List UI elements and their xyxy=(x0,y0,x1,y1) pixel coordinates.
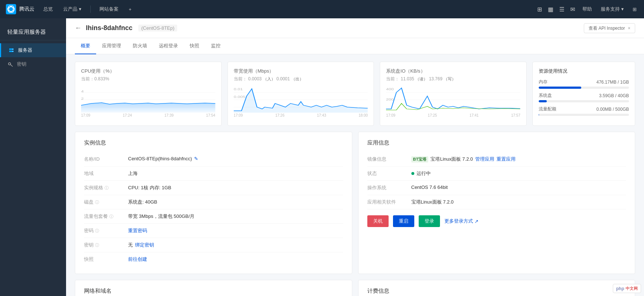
resource-fill-disk xyxy=(539,100,547,102)
svg-text:2: 2 xyxy=(81,97,84,101)
key-icon xyxy=(7,61,13,67)
reset-password-link[interactable]: 重置密码 xyxy=(128,227,147,234)
svg-point-6 xyxy=(12,51,13,52)
resource-item-traffic: 流量配额 0.00MB / 500GB xyxy=(539,106,629,116)
app-image-label: 镜像信息 xyxy=(367,156,411,162)
bandwidth-out-label: （出） xyxy=(291,77,303,81)
sidebar-label-server: 服务器 xyxy=(18,47,32,54)
instance-info-card: 实例信息 名称/ID CentOS-8TEp(lhins-8dahfncc) ✎… xyxy=(75,132,352,274)
tab-overview[interactable]: 概要 xyxy=(75,38,96,54)
tab-snapshot[interactable]: 快照 xyxy=(184,38,205,54)
nav-website-filing[interactable]: 网站备案 xyxy=(98,6,120,12)
resource-fill-memory xyxy=(539,87,581,89)
instance-region-text: 上海 xyxy=(128,170,138,177)
instance-name-value: CentOS-8TEp(lhins-8dahfncc) ✎ xyxy=(128,156,198,161)
svg-text:0.005: 0.005 xyxy=(234,95,245,99)
create-snapshot-link[interactable]: 前往创建 xyxy=(128,256,147,263)
instance-spec-text: CPU: 1核 内存: 1GB xyxy=(128,184,171,191)
more-login-link[interactable]: 更多登录方式 ↗ xyxy=(444,218,479,224)
instance-snapshot-row: 快照 前往创建 xyxy=(84,252,343,266)
resource-card-title: 资源使用情况 xyxy=(539,68,629,74)
sidebar-title: 轻量应用服务器 xyxy=(0,24,66,40)
server-icon xyxy=(8,47,14,53)
svg-text:4: 4 xyxy=(81,89,84,93)
mail-icon[interactable]: ✉ xyxy=(570,6,575,13)
bandwidth-in-label: （入） xyxy=(263,77,275,81)
tab-monitor[interactable]: 监控 xyxy=(205,38,226,54)
grid-icon[interactable]: ⊞ xyxy=(537,6,542,13)
instance-disk-text: 系统盘: 40GB xyxy=(128,199,157,205)
diskio-card-title: 系统盘IO（KB/s） xyxy=(386,68,520,74)
login-button[interactable]: 登录 xyxy=(419,215,440,227)
app-software-text: 宝塔Linux面板 7.2.0 xyxy=(411,199,454,205)
tab-remote[interactable]: 远程登录 xyxy=(153,38,184,54)
spec-info-icon[interactable]: ⓘ xyxy=(105,185,109,191)
resource-item-disk: 系统盘 3.59GB / 40GB xyxy=(539,92,629,102)
cpu-card-value: 当前：0.833% xyxy=(81,76,215,82)
resource-label-traffic: 流量配额 xyxy=(539,106,556,112)
nav-divider xyxy=(90,6,91,13)
api-inspector-badge: 查看 API Inspector × xyxy=(584,23,635,33)
sidebar: 轻量应用服务器 服务器 密钥 xyxy=(0,18,66,296)
shutdown-button[interactable]: 关机 xyxy=(367,215,389,227)
app-software-label: 应用相关软件 xyxy=(367,199,411,205)
bind-key-link[interactable]: 绑定密钥 xyxy=(135,242,154,248)
bandwidth-chart: 0.01 0.005 17:0917:2617:4318:00 xyxy=(234,85,368,114)
nav-plus[interactable]: + xyxy=(127,7,133,12)
resource-item-disk-header: 系统盘 3.59GB / 40GB xyxy=(539,92,629,99)
app-status-label: 状态 xyxy=(367,170,411,177)
app-status-row: 状态 运行中 xyxy=(367,167,626,181)
resource-bar-disk xyxy=(539,100,629,102)
instance-key-row: 密钥 ⓘ 无 绑定密钥 xyxy=(84,238,343,252)
tab-app[interactable]: 应用管理 xyxy=(96,38,127,54)
cpu-chart: 4 2 17:0917:2417:3917:54 xyxy=(81,85,215,114)
manage-app-link[interactable]: 管理应用 xyxy=(475,156,494,162)
instance-name-row: 名称/ID CentOS-8TEp(lhins-8dahfncc) ✎ xyxy=(84,152,343,167)
instance-key-none: 无 xyxy=(128,242,133,248)
sidebar-item-server[interactable]: 服务器 xyxy=(0,43,66,57)
resource-label-disk: 系统盘 xyxy=(539,92,552,99)
nav-help[interactable]: 帮助 xyxy=(581,6,593,12)
nav-overview[interactable]: 总览 xyxy=(42,6,54,12)
os-badge: (CentOS-8TEp) xyxy=(138,25,177,32)
instance-password-row: 密码 ⓘ 重置密码 xyxy=(84,224,343,238)
resource-bar-traffic xyxy=(539,114,629,116)
restart-button[interactable]: 重启 xyxy=(393,215,414,227)
doc-icon[interactable]: ☰ xyxy=(559,6,564,13)
api-inspector-close[interactable]: × xyxy=(628,26,630,31)
sidebar-label-key: 密钥 xyxy=(17,61,26,67)
api-inspector-label: 查看 API Inspector xyxy=(589,25,625,31)
instance-disk-label: 磁盘 ⓘ xyxy=(84,199,128,205)
main-content: ← lhins-8dahfncc (CentOS-8TEp) 查看 API In… xyxy=(66,18,644,296)
nav-cloud-products[interactable]: 云产品 ▾ xyxy=(62,6,83,12)
top-navigation: 腾讯云 总览 云产品 ▾ 网站备案 + ⊞ ▦ ☰ ✉ 帮助 服务支持 ▾ ⊞ xyxy=(0,0,644,18)
traffic-info-icon[interactable]: ⓘ xyxy=(109,214,113,219)
bandwidth-current-label: 当前： xyxy=(234,76,247,81)
instance-traffic-row: 流量包套餐 ⓘ 带宽 3Mbps，流量包 500GB/月 xyxy=(84,209,343,224)
qrcode-icon[interactable]: ▦ xyxy=(548,6,553,13)
reset-app-link[interactable]: 重置应用 xyxy=(496,156,516,162)
bandwidth-card: 带宽使用（Mbps） 当前： 0.0003 （入） 0.0001 （出） xyxy=(228,62,374,126)
app-os-label: 操作系统 xyxy=(367,184,411,191)
back-button[interactable]: ← xyxy=(75,24,81,32)
instance-spec-label: 实例规格 ⓘ xyxy=(84,184,128,191)
disk-info-icon[interactable]: ⓘ xyxy=(95,200,99,205)
instance-password-label: 密码 ⓘ xyxy=(84,227,128,234)
tab-firewall[interactable]: 防火墙 xyxy=(127,38,153,54)
app-status-value: 运行中 xyxy=(411,170,431,177)
password-info-icon[interactable]: ⓘ xyxy=(95,228,99,234)
instance-disk-row: 磁盘 ⓘ 系统盘: 40GB xyxy=(84,195,343,209)
page-title: lhins-8dahfncc xyxy=(86,24,132,32)
info-cards-row: 实例信息 名称/ID CentOS-8TEp(lhins-8dahfncc) ✎… xyxy=(75,132,635,274)
instance-region-row: 地域 上海 xyxy=(84,167,343,181)
app-info-title: 应用信息 xyxy=(367,139,626,146)
app-software-row: 应用相关软件 宝塔Linux面板 7.2.0 xyxy=(367,195,626,209)
edit-name-icon[interactable]: ✎ xyxy=(194,156,198,161)
logo-text: 腾讯云 xyxy=(19,6,34,12)
nav-user[interactable]: ⊞ xyxy=(631,7,638,12)
svg-text:0.01: 0.01 xyxy=(234,87,243,91)
nav-support[interactable]: 服务支持 ▾ xyxy=(599,6,625,12)
key-info-icon[interactable]: ⓘ xyxy=(95,242,99,248)
resource-value-disk: 3.59GB / 40GB xyxy=(599,93,629,98)
sidebar-item-key[interactable]: 密钥 xyxy=(0,57,66,71)
